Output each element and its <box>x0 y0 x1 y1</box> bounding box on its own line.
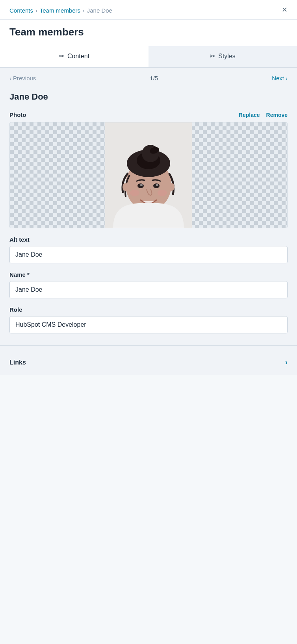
breadcrumb-current: Jane Doe <box>87 7 112 14</box>
content-area: ‹ Previous 1/5 Next › Jane Doe Photo Rep… <box>0 68 297 375</box>
links-label: Links <box>9 359 26 366</box>
svg-point-11 <box>156 184 158 186</box>
name-section: Name * <box>0 271 297 306</box>
alt-text-section: Alt text <box>0 236 297 271</box>
remove-button[interactable]: Remove <box>266 112 288 118</box>
next-label: Next <box>272 75 284 81</box>
replace-button[interactable]: Replace <box>239 112 260 118</box>
name-input[interactable] <box>9 281 288 298</box>
chevron-right-icon: › <box>285 358 288 366</box>
person-photo <box>105 122 192 228</box>
divider <box>0 345 297 346</box>
links-section[interactable]: Links › <box>0 350 297 375</box>
pagination: ‹ Previous 1/5 Next › <box>0 68 297 89</box>
previous-label: Previous <box>13 75 36 81</box>
svg-point-10 <box>140 184 143 186</box>
breadcrumb-sep-2: › <box>83 7 85 14</box>
svg-point-12 <box>130 190 139 196</box>
svg-point-14 <box>123 183 129 191</box>
role-section: Role <box>0 306 297 341</box>
scissors-icon: ✂ <box>210 52 215 60</box>
close-icon[interactable]: ✕ <box>282 6 288 13</box>
photo-label: Photo <box>9 111 26 118</box>
tab-styles[interactable]: ✂ Styles <box>148 46 297 67</box>
breadcrumb-contents[interactable]: Contents <box>9 7 33 14</box>
page-title-bar: Team members <box>0 20 297 46</box>
photo-actions: Replace Remove <box>239 112 288 118</box>
name-label: Name * <box>9 271 288 278</box>
next-button[interactable]: Next › <box>272 75 288 81</box>
photo-section: Photo Replace Remove <box>0 111 297 236</box>
chevron-left-icon: ‹ <box>9 75 11 81</box>
tabs-bar: ✏ Content ✂ Styles <box>0 46 297 68</box>
alt-text-input[interactable] <box>9 246 288 263</box>
breadcrumb: Contents › Team members › Jane Doe ✕ <box>0 0 297 20</box>
photo-label-row: Photo Replace Remove <box>9 111 288 118</box>
photo-inner <box>105 122 192 228</box>
svg-point-15 <box>168 183 174 191</box>
role-label: Role <box>9 306 288 313</box>
tab-styles-label: Styles <box>218 53 236 60</box>
svg-point-13 <box>158 190 167 196</box>
tab-content-label: Content <box>67 53 89 60</box>
photo-container <box>9 122 288 228</box>
page-title: Team members <box>9 26 288 38</box>
previous-button[interactable]: ‹ Previous <box>9 75 36 81</box>
role-input[interactable] <box>9 316 288 333</box>
breadcrumb-team-members[interactable]: Team members <box>40 7 80 14</box>
breadcrumb-sep-1: › <box>35 7 37 14</box>
pencil-icon: ✏ <box>59 52 64 60</box>
pagination-count: 1/5 <box>150 75 158 81</box>
alt-text-label: Alt text <box>9 236 288 243</box>
chevron-right-icon: › <box>286 75 288 81</box>
tab-content[interactable]: ✏ Content <box>0 46 148 67</box>
member-name-heading: Jane Doe <box>0 89 297 111</box>
